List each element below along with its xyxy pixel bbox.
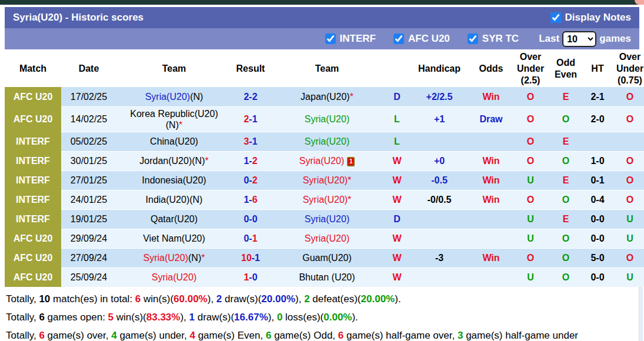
home-team-cell: Syria(U20)(N)* <box>116 248 232 268</box>
text-segment: E <box>563 92 569 102</box>
text-segment: game(s) over, <box>45 330 111 341</box>
table-row: INTERF30/01/25Jordan(U20)(N)*1-2Syria(U2… <box>5 151 644 170</box>
last-games-select[interactable]: 10 <box>562 31 596 47</box>
over-under-25-cell: O <box>513 87 548 106</box>
text-segment: (N) <box>190 92 203 102</box>
text-segment: 1 <box>243 272 249 282</box>
text-segment: U <box>527 233 534 243</box>
over-under-25-cell: O <box>513 248 548 268</box>
odd-even-cell: O <box>548 248 583 268</box>
text-segment: 2-0 <box>590 114 604 124</box>
text-segment: 0-0 <box>590 214 604 224</box>
odd-even-cell: E <box>548 170 583 190</box>
score-cell: 1-2 <box>232 151 269 170</box>
over-under-25-cell: U <box>513 268 548 287</box>
odd-even-cell: E <box>548 209 583 229</box>
score-cell: 0-1 <box>232 229 269 248</box>
text-segment: 0- <box>243 233 252 243</box>
text-segment: U <box>527 272 534 282</box>
over-under-075-cell: U <box>612 209 644 229</box>
text-segment: ), <box>180 312 189 323</box>
text-segment: +0 <box>434 156 445 166</box>
odds-cell <box>469 229 513 248</box>
display-notes-checkbox[interactable] <box>550 12 561 23</box>
afc-u20-checkbox[interactable] <box>393 34 404 44</box>
half-time-score-cell <box>583 132 612 151</box>
odd-even-cell: O <box>548 190 583 209</box>
text-segment: 83.33% <box>146 312 181 323</box>
games-label: games <box>599 33 631 45</box>
text-segment: 1- <box>243 195 252 205</box>
handicap-cell: -0.5 <box>409 170 469 190</box>
text-segment: U <box>527 214 534 224</box>
over-under-075-cell: O <box>612 248 644 268</box>
text-segment: 5-0 <box>590 253 604 263</box>
text-segment: E <box>563 136 569 146</box>
handicap-cell: -3 <box>409 248 469 268</box>
display-notes-toggle[interactable]: Display Notes <box>550 12 631 24</box>
odds-cell: Draw <box>469 106 513 132</box>
syr-tc-checkbox[interactable] <box>468 34 478 44</box>
text-segment: O <box>527 136 534 146</box>
text-segment: Syria(U20)* <box>303 175 352 185</box>
text-segment: ), <box>268 312 277 323</box>
red-card-icon: 1 <box>347 157 355 166</box>
text-segment: game(s) under, <box>117 330 190 341</box>
half-time-score-cell: 2-1 <box>583 87 612 106</box>
column-header-ou075: Over Under (0.75) <box>612 51 644 87</box>
scrollbar[interactable] <box>639 287 643 341</box>
interf-checkbox[interactable] <box>325 34 336 44</box>
filter-bar-checkboxes: INTERFAFC U20SYR TC <box>308 33 519 45</box>
text-segment: 16.67% <box>234 312 268 323</box>
text-segment: 10 <box>241 253 252 263</box>
column-header-odds: Odds <box>469 51 513 87</box>
afc-u20-label: AFC U20 <box>408 33 450 45</box>
afc-u20-checkbox-group[interactable]: AFC U20 <box>393 33 450 45</box>
text-segment: O <box>562 253 569 263</box>
text-segment: Syria(U20) <box>305 114 349 124</box>
text-segment: O <box>527 114 534 124</box>
table-row: INTERF05/02/25China(U20)3-1Syria(U20)LOE <box>5 132 644 151</box>
text-segment: ). <box>395 293 401 305</box>
text-segment: O <box>562 272 569 282</box>
text-segment: Viet Nam(U20) <box>143 233 205 243</box>
text-segment: India(U20)(N) <box>146 195 203 205</box>
text-segment: O <box>626 92 633 102</box>
text-segment: * <box>179 120 182 130</box>
text-segment: 5 <box>108 312 114 323</box>
text-segment: 20.00% <box>261 293 295 305</box>
text-segment: game(s) half-game over, <box>343 330 458 341</box>
text-segment: draw(s)( <box>222 293 261 305</box>
syr-tc-checkbox-group[interactable]: SYR TC <box>468 33 519 45</box>
score-cell: 2-1 <box>232 106 269 132</box>
text-segment: 0-4 <box>590 195 604 205</box>
over-under-075-cell <box>612 132 644 151</box>
over-under-25-cell: U <box>513 170 548 190</box>
half-time-score-cell: 1-0 <box>583 151 612 170</box>
text-segment: loss(es)( <box>282 312 323 323</box>
text-segment: Win <box>482 92 499 102</box>
interf-checkbox-group[interactable]: INTERF <box>325 33 376 45</box>
score-cell: 10-1 <box>232 248 269 268</box>
text-segment: -1 <box>249 136 257 146</box>
handicap-cell: -0/0.5 <box>409 190 469 209</box>
text-segment: Draw <box>479 114 502 124</box>
text-segment: -3 <box>435 253 443 263</box>
column-header-date: Date <box>61 51 116 87</box>
text-segment: O <box>562 114 569 124</box>
odds-cell: Win <box>469 248 513 268</box>
half-time-score-cell: 0-0 <box>583 209 612 229</box>
column-header-match: Match <box>5 51 61 87</box>
summary-line: Totally, 10 match(es) in total: 6 win(s)… <box>6 290 639 308</box>
text-segment: 1-0 <box>590 156 604 166</box>
display-notes-label: Display Notes <box>565 12 631 24</box>
competition-badge: INTERF <box>5 151 61 170</box>
text-segment: (N) <box>188 253 201 263</box>
away-team-cell: Syria(U20) <box>269 132 385 151</box>
text-segment: O <box>527 92 534 102</box>
text-segment: O <box>527 195 534 205</box>
competition-badge: INTERF <box>5 132 61 151</box>
text-segment: 2 <box>252 156 258 166</box>
column-header-handicap: Handicap <box>409 51 469 87</box>
text-segment: Syria(U20) <box>299 156 344 166</box>
